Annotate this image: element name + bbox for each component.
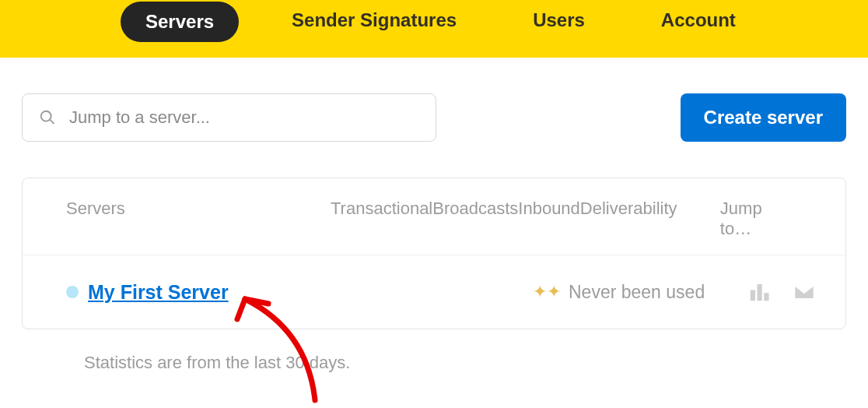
mail-icon[interactable] [793,280,816,304]
search-input[interactable] [22,93,436,142]
col-deliverability: Deliverability [580,199,720,219]
footer-note: Statistics are from the last 30 days. [22,329,846,373]
nav-account[interactable]: Account [638,0,759,44]
col-broadcasts: Broadcasts [432,199,518,218]
sparkles-icon: ✦✦ [533,282,561,302]
top-nav: Servers Sender Signatures Users Account [0,0,868,58]
search-wrapper [22,93,436,142]
col-transactional: Transactional [331,199,432,218]
toolbar: Create server [22,93,846,142]
nav-users[interactable]: Users [509,0,608,44]
deliverability-cell: ✦✦ Never been used [533,282,747,303]
page-content: Create server Servers TransactionalBroad… [0,58,868,373]
server-cell: My First Server [66,281,331,304]
server-link[interactable]: My First Server [88,281,229,304]
create-server-button[interactable]: Create server [681,93,846,142]
deliverability-text: Never been used [569,282,705,303]
search-icon [39,109,56,126]
col-inbound: Inbound [518,199,580,218]
nav-sender-signatures[interactable]: Sender Signatures [268,0,480,44]
nav-servers[interactable]: Servers [121,2,239,42]
svg-rect-1 [758,284,762,301]
server-color-dot [66,286,79,298]
servers-panel: Servers TransactionalBroadcastsInbound D… [22,178,846,329]
svg-rect-0 [751,290,755,301]
stats-icon[interactable] [747,280,771,304]
col-servers: Servers [66,199,331,219]
col-jump: Jump to… [720,199,792,239]
svg-rect-2 [764,293,768,301]
table-row: My First Server ✦✦ Never been used [23,255,845,329]
jump-icons [747,280,816,304]
col-types: TransactionalBroadcastsInbound [331,199,580,219]
table-header: Servers TransactionalBroadcastsInbound D… [23,178,845,255]
